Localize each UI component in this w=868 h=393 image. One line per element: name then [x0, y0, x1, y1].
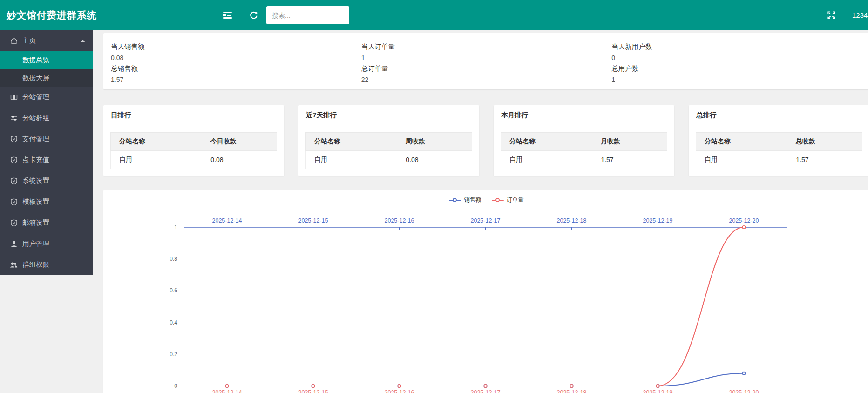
- sales-orders-chart: 00.20.40.60.812025-12-142025-12-142025-1…: [103, 190, 868, 393]
- stat-value: 22: [361, 76, 612, 83]
- svg-text:2025-12-14: 2025-12-14: [212, 389, 242, 393]
- rank-col-amount: 周收款: [397, 133, 472, 151]
- rank-table: 分站名称 今日收款 自用 0.08: [110, 132, 277, 169]
- svg-text:2025-12-17: 2025-12-17: [471, 389, 501, 393]
- chart-legend: 销售额 订单量: [103, 196, 868, 204]
- svg-text:0: 0: [174, 383, 177, 389]
- stat-label: 当天订单量: [361, 42, 612, 51]
- ranking-cards-row: 日排行 分站名称 今日收款 自用 0.08 近7天排行: [103, 105, 868, 176]
- stat-today-new-users: 当天新用户数 0: [611, 40, 862, 61]
- rank-cell-amount: 0.08: [397, 151, 472, 169]
- svg-text:2025-12-14: 2025-12-14: [212, 217, 242, 224]
- sidebar-item-data-screen[interactable]: 数据大屏: [0, 69, 93, 87]
- sidebar-submenu-home: 数据总览 数据大屏: [0, 51, 93, 87]
- stat-label: 当天销售额: [111, 42, 361, 51]
- sidebar-nav: 主页 数据总览 数据大屏 分站管理 分站群组 支付管理 点卡充值 系统设置: [0, 30, 93, 275]
- sidebar-item-home[interactable]: 主页: [0, 30, 93, 51]
- shield-check-icon: [10, 156, 18, 164]
- sidebar-item-system-settings[interactable]: 系统设置: [0, 170, 93, 191]
- rank-col-amount: 月收款: [592, 133, 667, 151]
- stat-value: 1: [611, 76, 862, 83]
- sidebar-item-group-permissions[interactable]: 群组权限: [0, 254, 93, 275]
- rank-col-amount: 今日收款: [202, 133, 277, 151]
- home-icon: [10, 37, 18, 45]
- rank-col-site-name: 分站名称: [111, 133, 202, 151]
- sidebar-item-payment-management[interactable]: 支付管理: [0, 129, 93, 149]
- stat-total-sales: 总销售额 1.57: [111, 61, 361, 83]
- stat-value: 1: [361, 54, 612, 61]
- rank-card-month: 本月排行 分站名称 月收款 自用 1.57: [494, 105, 674, 176]
- table-row: 自用 0.08: [306, 151, 472, 169]
- app-title: 妙文馆付费进群系统: [7, 0, 97, 30]
- sidebar-item-substation-management[interactable]: 分站管理: [0, 87, 93, 108]
- sliders-icon: [10, 114, 18, 122]
- sidebar-item-card-recharge[interactable]: 点卡充值: [0, 149, 93, 170]
- svg-text:2025-12-15: 2025-12-15: [298, 389, 328, 393]
- user-icon: [10, 240, 18, 248]
- svg-text:2025-12-17: 2025-12-17: [471, 217, 501, 224]
- fullscreen-icon[interactable]: [822, 0, 841, 30]
- stat-value: 1.57: [111, 76, 361, 83]
- rank-col-amount: 总收款: [787, 133, 862, 151]
- svg-text:2025-12-19: 2025-12-19: [643, 389, 673, 393]
- sidebar-item-label: 用户管理: [22, 239, 49, 248]
- header-username[interactable]: 12345: [852, 0, 868, 30]
- legend-label: 销售额: [464, 196, 481, 204]
- main-content: 当天销售额 0.08 当天订单量 1 当天新用户数 0 总销售额 1.57 总订…: [103, 33, 868, 393]
- legend-label: 订单量: [507, 196, 524, 204]
- svg-text:2025-12-20: 2025-12-20: [729, 217, 759, 224]
- fullscreen-glyph-icon: [827, 11, 836, 20]
- rank-card-daily: 日排行 分站名称 今日收款 自用 0.08: [103, 105, 284, 176]
- sidebar-item-substation-groups[interactable]: 分站群组: [0, 108, 93, 129]
- sidebar-item-label: 分站群组: [22, 114, 49, 122]
- sidebar-item-label: 模板设置: [22, 197, 49, 206]
- rank-cell-site: 自用: [306, 151, 397, 169]
- rank-table: 分站名称 周收款 自用 0.08: [305, 132, 472, 169]
- svg-text:0.8: 0.8: [170, 256, 177, 262]
- shield-check-icon: [10, 135, 18, 143]
- rank-cell-site: 自用: [111, 151, 202, 169]
- app-icon: [10, 93, 18, 101]
- refresh-icon[interactable]: [244, 0, 263, 30]
- sidebar-item-mailbox-settings[interactable]: 邮箱设置: [0, 212, 93, 233]
- sidebar-item-data-overview[interactable]: 数据总览: [0, 51, 93, 69]
- sidebar-item-label: 系统设置: [22, 176, 49, 185]
- rank-card-title: 近7天排行: [298, 105, 479, 125]
- legend-marker-orders-icon: [492, 198, 504, 203]
- stats-summary-card: 当天销售额 0.08 当天订单量 1 当天新用户数 0 总销售额 1.57 总订…: [103, 33, 868, 89]
- rank-cell-amount: 1.57: [787, 151, 862, 169]
- refresh-glyph-icon: [249, 11, 258, 20]
- svg-text:2025-12-16: 2025-12-16: [385, 217, 414, 224]
- svg-text:2025-12-20: 2025-12-20: [729, 389, 759, 393]
- svg-text:0.2: 0.2: [170, 351, 177, 358]
- rank-cell-site: 自用: [501, 151, 592, 169]
- stat-value: 0.08: [111, 54, 361, 61]
- svg-text:0.6: 0.6: [170, 287, 177, 294]
- table-row: 自用 0.08: [111, 151, 277, 169]
- group-icon: [10, 261, 18, 269]
- sidebar-item-label: 主页: [22, 36, 36, 45]
- legend-item-orders[interactable]: 订单量: [492, 196, 524, 204]
- sidebar-item-label: 群组权限: [22, 260, 49, 269]
- stat-label: 总订单量: [361, 64, 612, 73]
- svg-text:2025-12-18: 2025-12-18: [557, 217, 587, 224]
- rank-table: 分站名称 月收款 自用 1.57: [501, 132, 667, 169]
- collapse-sidebar-icon[interactable]: [218, 0, 237, 30]
- svg-text:1: 1: [174, 224, 177, 230]
- rank-col-site-name: 分站名称: [501, 133, 592, 151]
- svg-text:2025-12-15: 2025-12-15: [298, 217, 328, 224]
- stat-today-orders: 当天订单量 1: [361, 40, 612, 61]
- search-input[interactable]: [266, 6, 349, 24]
- stat-today-sales: 当天销售额 0.08: [111, 40, 361, 61]
- sidebar-item-user-management[interactable]: 用户管理: [0, 233, 93, 254]
- stat-value: 0: [611, 54, 862, 61]
- rank-table: 分站名称 总收款 自用 1.57: [696, 132, 862, 169]
- stat-label: 总用户数: [611, 64, 862, 73]
- legend-item-sales[interactable]: 销售额: [449, 196, 481, 204]
- sales-orders-chart-card: 00.20.40.60.812025-12-142025-12-142025-1…: [103, 190, 868, 393]
- shield-check-icon: [10, 177, 18, 185]
- rank-card-title: 本月排行: [494, 105, 674, 125]
- sidebar-item-template-settings[interactable]: 模板设置: [0, 191, 93, 212]
- rank-card-7days: 近7天排行 分站名称 周收款 自用 0.08: [298, 105, 479, 176]
- stat-label: 总销售额: [111, 64, 361, 73]
